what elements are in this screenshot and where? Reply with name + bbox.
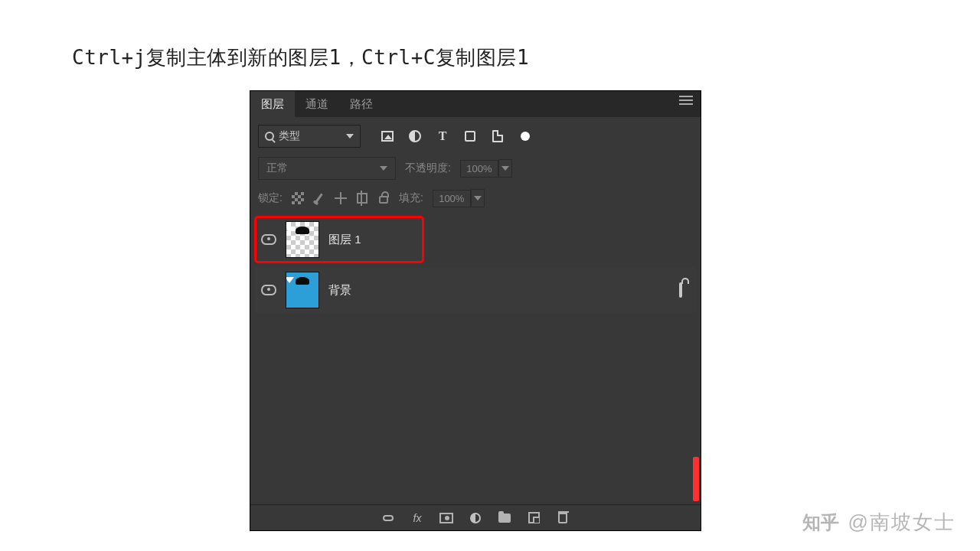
tab-paths[interactable]: 路径: [339, 91, 384, 117]
lock-all-icon[interactable]: [377, 192, 390, 204]
layers-panel: 图层 通道 路径 类型 T 正常 不透明度: 100%: [250, 90, 701, 531]
link-layers-icon[interactable]: [381, 511, 395, 525]
filter-type-dropdown[interactable]: 类型: [258, 125, 361, 148]
layer-filter-row: 类型 T: [250, 117, 701, 152]
layers-bottom-bar: fx: [250, 504, 701, 530]
watermark-author: @南坡女士: [848, 509, 956, 536]
layer-row-layer1[interactable]: 图层 1: [255, 217, 423, 262]
layer-mask-icon[interactable]: [439, 511, 453, 525]
layer-row-background[interactable]: 背景: [255, 267, 696, 313]
opacity-chevron[interactable]: [498, 159, 512, 178]
fill-chevron[interactable]: [471, 189, 485, 207]
blend-row: 正常 不透明度: 100%: [250, 152, 701, 184]
lock-icon[interactable]: [679, 284, 682, 296]
filter-type-icon[interactable]: T: [436, 129, 449, 143]
tab-layers[interactable]: 图层: [250, 91, 295, 117]
filter-adjustment-icon[interactable]: [408, 129, 422, 143]
group-folder-icon[interactable]: [498, 511, 511, 525]
lock-row: 锁定: 填充: 100%: [250, 184, 701, 215]
fill-label: 填充:: [399, 191, 423, 205]
scrollbar-thumb[interactable]: [693, 457, 699, 501]
filter-type-label: 类型: [279, 129, 300, 143]
layer-thumbnail[interactable]: [286, 272, 319, 308]
filter-kind-icons: T: [381, 129, 532, 143]
opacity-label: 不透明度:: [405, 161, 451, 175]
watermark: 知乎 @南坡女士: [802, 509, 956, 536]
layer-thumbnail[interactable]: [286, 221, 319, 258]
chevron-down-icon: [346, 134, 354, 139]
visibility-eye-icon[interactable]: [261, 285, 276, 295]
zhihu-logo: 知乎: [802, 510, 839, 535]
lock-artboard-icon[interactable]: [356, 192, 368, 204]
lock-transparent-icon[interactable]: [292, 192, 304, 204]
layer-name-label[interactable]: 背景: [328, 283, 351, 298]
layer-name-label[interactable]: 图层 1: [328, 233, 361, 247]
tab-channels[interactable]: 通道: [295, 91, 339, 117]
search-icon: [265, 132, 274, 141]
layer-fx-icon[interactable]: fx: [410, 511, 424, 525]
person-thumbnail: [289, 227, 315, 257]
fill-input[interactable]: 100%: [433, 190, 471, 207]
blend-mode-value: 正常: [266, 161, 288, 175]
lock-position-icon[interactable]: [335, 192, 347, 204]
opacity-input[interactable]: 100%: [460, 160, 498, 178]
panel-menu-icon[interactable]: [679, 99, 693, 109]
filter-pixel-icon[interactable]: [381, 129, 394, 143]
filter-smartobject-icon[interactable]: [491, 129, 505, 143]
new-layer-icon[interactable]: [527, 511, 541, 525]
instruction-text: Ctrl+j复制主体到新的图层1，Ctrl+C复制图层1: [72, 44, 529, 71]
filter-toggle-dot-icon[interactable]: [518, 129, 532, 143]
chevron-down-icon: [380, 166, 387, 171]
visibility-eye-icon[interactable]: [261, 234, 276, 245]
panel-tab-bar: 图层 通道 路径: [250, 91, 701, 117]
lock-pixels-icon[interactable]: [313, 192, 325, 204]
adjustment-layer-icon[interactable]: [469, 511, 482, 525]
person-thumbnail: [289, 277, 315, 308]
delete-layer-icon[interactable]: [556, 511, 570, 525]
blend-mode-dropdown[interactable]: 正常: [258, 157, 396, 180]
layer-list: 图层 1 背景: [250, 215, 701, 504]
lock-label: 锁定:: [258, 191, 283, 205]
filter-shape-icon[interactable]: [463, 129, 477, 143]
